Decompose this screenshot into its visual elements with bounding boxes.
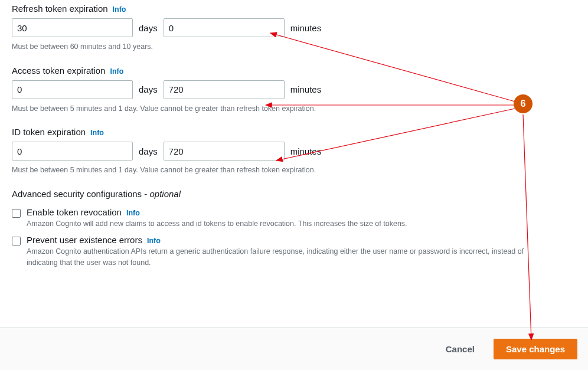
refresh-token-minutes-input[interactable]	[164, 18, 285, 37]
refresh-token-label-text: Refresh token expiration	[12, 4, 108, 14]
advanced-security-heading: Advanced security configurations - optio…	[12, 189, 576, 199]
id-token-label-text: ID token expiration	[12, 127, 86, 137]
access-token-days-input[interactable]	[12, 80, 133, 99]
enable-token-revocation-row: Enable token revocation Info Amazon Cogn…	[12, 207, 576, 230]
enable-token-revocation-info-link[interactable]: Info	[126, 209, 140, 217]
access-token-info-link[interactable]: Info	[110, 67, 123, 76]
prevent-user-existence-label: Prevent user existence errors	[27, 235, 142, 245]
enable-token-revocation-checkbox[interactable]	[12, 209, 21, 218]
prevent-user-existence-desc: Amazon Cognito authentication APIs retur…	[27, 246, 576, 269]
prevent-user-existence-info-link[interactable]: Info	[147, 237, 161, 245]
enable-token-revocation-label: Enable token revocation	[27, 207, 122, 217]
id-token-label: ID token expiration Info	[12, 127, 576, 137]
days-unit-label: days	[139, 84, 158, 94]
id-token-info-link[interactable]: Info	[90, 129, 104, 137]
refresh-token-label: Refresh token expiration Info	[12, 4, 576, 14]
advanced-security-heading-text: Advanced security configurations -	[12, 189, 147, 199]
access-token-group: Access token expiration Info days minute…	[12, 66, 576, 114]
refresh-token-info-link[interactable]: Info	[113, 5, 126, 14]
access-token-helper: Must be between 5 minutes and 1 day. Val…	[12, 104, 576, 114]
optional-label: optional	[149, 189, 181, 199]
refresh-token-group: Refresh token expiration Info days minut…	[12, 4, 576, 53]
days-unit-label: days	[139, 146, 158, 156]
minutes-unit-label: minutes	[290, 84, 322, 94]
id-token-days-input[interactable]	[12, 142, 133, 161]
refresh-token-days-input[interactable]	[12, 18, 133, 37]
minutes-unit-label: minutes	[290, 146, 322, 156]
enable-token-revocation-desc: Amazon Cognito will add new claims to ac…	[27, 218, 576, 230]
access-token-minutes-input[interactable]	[164, 80, 285, 99]
access-token-label-text: Access token expiration	[12, 66, 105, 76]
id-token-helper: Must be between 5 minutes and 1 day. Val…	[12, 165, 576, 176]
access-token-label: Access token expiration Info	[12, 66, 576, 76]
days-unit-label: days	[139, 23, 158, 33]
footer-actions: Cancel Save changes	[0, 328, 588, 370]
id-token-group: ID token expiration Info days minutes Mu…	[12, 127, 576, 176]
cancel-button[interactable]: Cancel	[443, 339, 477, 359]
minutes-unit-label: minutes	[290, 23, 322, 33]
prevent-user-existence-checkbox[interactable]	[12, 237, 21, 245]
refresh-token-helper: Must be between 60 minutes and 10 years.	[12, 42, 576, 53]
id-token-minutes-input[interactable]	[164, 142, 285, 161]
save-changes-button[interactable]: Save changes	[494, 339, 577, 359]
annotation-badge-6: 6	[514, 94, 533, 113]
prevent-user-existence-row: Prevent user existence errors Info Amazo…	[12, 235, 576, 269]
